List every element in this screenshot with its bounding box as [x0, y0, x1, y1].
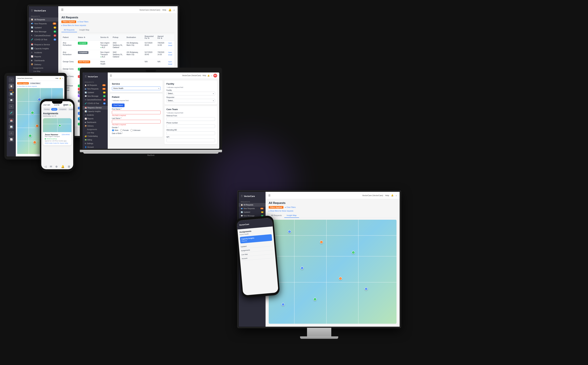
laptop-sub-assignments[interactable]: Assignments [83, 128, 108, 131]
sidebar-item-new-message[interactable]: 💬 New Message ● [29, 29, 58, 34]
laptop-hamburger[interactable]: ☰ [110, 74, 112, 77]
sidebar-item-covid[interactable]: 🧪 COVID-19 Test 5 [29, 37, 58, 42]
home-icon[interactable]: ⌂ [173, 8, 175, 11]
laptop-request-service[interactable]: 📅Request a Service [83, 106, 108, 110]
gender-female-label[interactable]: Female [120, 129, 129, 131]
monitor2-nav-help[interactable]: Help [385, 194, 389, 197]
monitor2-filters-applied[interactable]: Filters Applied [269, 206, 283, 209]
laptop-sub-live-map[interactable]: Live Map [83, 131, 108, 134]
row-action[interactable]: Open Detail [167, 50, 175, 59]
tablet-service-icon[interactable]: 📅 [9, 118, 14, 123]
last-name-input[interactable] [112, 120, 161, 123]
gender-male-label[interactable]: Male [112, 129, 119, 131]
npi-input[interactable] [167, 139, 215, 142]
clear-filters-btn[interactable]: ● Clear Filters [78, 21, 88, 23]
monitor2-home-icon[interactable]: ⌂ [396, 194, 397, 197]
second-phone-card[interactable]: Capacity Insights Reports [240, 234, 272, 243]
sidebar-sub-live-map[interactable]: Live Map [29, 70, 58, 73]
row-action[interactable]: Open Detail [167, 59, 175, 67]
m2-pin-1[interactable]: 1 [288, 230, 291, 233]
col-status[interactable]: Status ⇅ [77, 34, 99, 41]
monitor2-updated[interactable]: 🔄Updated ● [239, 210, 266, 214]
laptop-incidents[interactable]: ⚠Incidents [83, 113, 108, 117]
laptop-bell-icon[interactable]: 🔔 [207, 75, 210, 77]
show-filters-link[interactable]: ▸ Show filters for these requests [61, 24, 175, 26]
sidebar-item-new-requests[interactable]: 📬 New Requests 75 [29, 21, 58, 26]
laptop-settings[interactable]: ⚙Settings [83, 142, 108, 145]
laptop-capacity[interactable]: 📊Capacity Insights [83, 110, 108, 113]
monitor2-clear-filters[interactable]: ● Clear Filters [285, 206, 296, 208]
phone-tab-pending[interactable]: Pending [43, 108, 50, 111]
tablet-requests-icon[interactable]: 📋 [9, 84, 14, 89]
facility-select[interactable]: Select... [167, 92, 215, 95]
tablet-incidents-icon[interactable]: ⚠ [9, 131, 14, 136]
phone-bell-icon[interactable]: 🔔 [61, 165, 64, 168]
filters-applied-badge[interactable]: Filters Applied [61, 21, 76, 23]
laptop-covid[interactable]: 🧪COVID-19 Test 5 [83, 102, 108, 105]
col-agreed-for[interactable]: Agreed For ⇅ [156, 34, 167, 41]
sidebar-sub-assignments[interactable]: Assignments [29, 66, 58, 70]
tablet-reports-icon[interactable]: 📈 [9, 137, 14, 142]
open-detail-link[interactable]: Open Detail [168, 51, 172, 56]
phone-add-icon[interactable]: ⊕ [55, 165, 57, 168]
sidebar-item-dashboards[interactable]: ◉ Dashboards [29, 58, 58, 63]
m2-pin-3[interactable]: 1 [352, 251, 355, 254]
monitor2-show-filters[interactable]: ▸ Show filters for these requests [269, 210, 397, 212]
tablet-clear-filters[interactable]: ● Clear Filters [29, 82, 41, 84]
attending-input[interactable] [167, 131, 215, 135]
tablet-capacity-icon[interactable]: 📊 [9, 124, 14, 130]
tablet-home-icon[interactable]: ⌂ [62, 77, 63, 79]
tablet-bell-icon[interactable]: 🔔 [59, 77, 61, 79]
tab-all-requests[interactable]: All Requests [61, 28, 77, 32]
gender-female-radio[interactable] [120, 129, 122, 131]
bell-icon[interactable]: 🔔 [168, 8, 171, 11]
sidebar-item-all-requests[interactable]: 📋 All Requests [29, 18, 58, 21]
laptop-account[interactable]: 👤Account [83, 145, 108, 149]
map-pin-7[interactable]: 1 [29, 134, 32, 137]
m2-pin-5[interactable]: 3 [339, 277, 342, 280]
monitor2-new-requests[interactable]: 📬New Requests 75 [239, 207, 266, 210]
phone-grid-icon[interactable]: ⊞ [68, 165, 70, 168]
laptop-reports[interactable]: 📈Reports [83, 117, 108, 120]
monitor2-hamburger[interactable]: ☰ [268, 194, 271, 197]
phone-back-btn[interactable]: ◁ [44, 165, 47, 168]
monitor2-tab-insight[interactable]: Insight Map [284, 213, 299, 218]
gender-male-radio[interactable] [112, 129, 114, 131]
gender-unknown-radio[interactable] [130, 129, 133, 131]
laptop-credentialing[interactable]: 🔐Credentialing [83, 134, 108, 138]
laptop-billing[interactable]: 💵Billing [83, 138, 108, 142]
sidebar-item-canceled[interactable]: ✕ Canceled/Declined 1 [29, 34, 58, 37]
phone-mail-icon[interactable]: ✉ [50, 165, 52, 168]
tab-insight-map[interactable]: Insight Map [77, 28, 92, 32]
phone-tab-expired[interactable]: Expired [68, 108, 73, 111]
m2-pin-6[interactable]: 2 [365, 287, 368, 290]
m2-pin-2[interactable]: 2 [320, 240, 323, 244]
m2-pin-4[interactable]: 1 [301, 267, 304, 270]
nav-help[interactable]: Help [162, 9, 166, 11]
sidebar-item-reports[interactable]: 📈 Reports [29, 55, 58, 58]
phone-input[interactable] [167, 124, 215, 128]
requester-select[interactable]: Select... [167, 99, 215, 103]
find-patient-button[interactable]: Find Patient [112, 104, 125, 107]
map-pin-3[interactable]: 1 [31, 111, 34, 114]
laptop-dashboards[interactable]: ◉Dashboards [83, 120, 108, 124]
monitor2-all-requests[interactable]: 📋All Requests [239, 203, 266, 207]
m2-pin-8[interactable]: 1 [282, 303, 285, 306]
first-name-input[interactable] [112, 111, 161, 114]
tablet-covid-icon[interactable]: 🧪 [9, 110, 14, 115]
open-detail-link[interactable]: Open Detail [168, 61, 172, 65]
monitor2-bell-icon[interactable]: 🔔 [391, 194, 394, 197]
open-detail-link[interactable]: Open Detail [168, 42, 172, 46]
tablet-updated-icon[interactable]: 🔄 [9, 91, 14, 97]
laptop-nav-help[interactable]: Help [202, 75, 206, 77]
sidebar-item-incidents[interactable]: ⚠ Incidents [29, 50, 58, 55]
laptop-new-requests[interactable]: 📬New Requests 75 [83, 87, 108, 91]
phone-tab-active[interactable]: Active [51, 108, 57, 111]
service-select[interactable]: Home Health [112, 86, 161, 90]
phone-assignment-card[interactable]: Jesse Hammer ZZ5AARAE Non-Urgent Transpo… [43, 118, 71, 145]
tablet-show-filters[interactable]: ▸ Show filters for these requests [17, 85, 63, 87]
laptop-new-message[interactable]: 💬New Message ● [83, 94, 108, 98]
hamburger-icon[interactable]: ☰ [61, 8, 64, 11]
tablet-message-icon[interactable]: 💬 [9, 98, 14, 103]
col-service[interactable]: Service ⇅ [99, 34, 111, 41]
